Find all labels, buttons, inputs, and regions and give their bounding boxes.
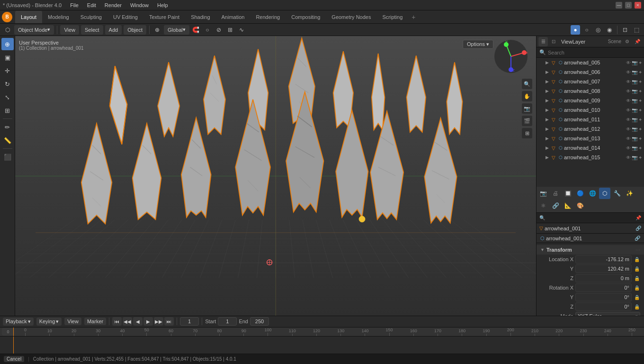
select-icon[interactable]: ✦ bbox=[638, 155, 642, 160]
outliner-item-arrowhead_006[interactable]: ▶ ▽ ⬡ arrowhead_006 👁 📷 ✦ bbox=[537, 67, 644, 77]
playback-menu[interactable]: Playback ▾ bbox=[3, 318, 34, 326]
maximize-button[interactable]: □ bbox=[625, 2, 632, 9]
visibility-eye[interactable]: 👁 bbox=[626, 108, 631, 113]
render-camera[interactable]: 📷 bbox=[632, 108, 637, 113]
prop-tab-object[interactable]: ⬡ bbox=[599, 188, 610, 199]
menu-help[interactable]: Help bbox=[153, 1, 172, 9]
select-icon[interactable]: ✦ bbox=[638, 136, 642, 141]
outliner-item-arrowhead_013[interactable]: ▶ ▽ ⬡ arrowhead_013 👁 📷 ✦ bbox=[537, 134, 644, 143]
rotation-mode-dropdown[interactable]: XYZ Euler ▾ bbox=[575, 312, 640, 316]
outliner-item-arrowhead_007[interactable]: ▶ ▽ ⬡ arrowhead_007 👁 📷 ✦ bbox=[537, 77, 644, 86]
rotation-z-input[interactable]: 0° bbox=[575, 302, 632, 311]
tool-transform[interactable]: ⊞ bbox=[1, 104, 14, 117]
menu-file[interactable]: File bbox=[66, 1, 82, 9]
visibility-eye[interactable]: 👁 bbox=[626, 146, 631, 151]
mode-icon[interactable]: ⬡ bbox=[3, 25, 12, 35]
outliner-item-arrowhead_014[interactable]: ▶ ▽ ⬡ arrowhead_014 👁 📷 ✦ bbox=[537, 143, 644, 153]
tab-scripting[interactable]: Scripting bbox=[376, 11, 408, 23]
render-camera[interactable]: 📷 bbox=[632, 117, 637, 122]
next-keyframe-button[interactable]: ▶▶ bbox=[154, 317, 163, 326]
outliner-item-arrowhead_008[interactable]: ▶ ▽ ⬡ arrowhead_008 👁 📷 ✦ bbox=[537, 86, 644, 96]
select-icon[interactable]: ✦ bbox=[638, 89, 642, 94]
menu-render[interactable]: Render bbox=[101, 1, 125, 9]
tab-compositing[interactable]: Compositing bbox=[286, 11, 326, 23]
toolbar-extra-1[interactable]: ⊘ bbox=[214, 25, 224, 35]
prop-mesh-lock-icon[interactable]: 🔗 bbox=[635, 236, 640, 241]
visibility-eye[interactable]: 👁 bbox=[626, 60, 631, 65]
rotation-y-input[interactable]: 0° bbox=[575, 293, 632, 301]
location-z-input[interactable]: 0 m bbox=[575, 274, 632, 282]
current-frame-input[interactable] bbox=[180, 317, 199, 326]
location-y-input[interactable]: 120.42 m bbox=[575, 264, 632, 273]
menu-window[interactable]: Window bbox=[126, 1, 152, 9]
tab-texture-paint[interactable]: Texture Paint bbox=[143, 11, 185, 23]
viewport-shading-solid[interactable]: ● bbox=[571, 25, 580, 35]
select-icon[interactable]: ✦ bbox=[638, 117, 642, 122]
add-workspace-button[interactable]: + bbox=[408, 12, 419, 22]
jump-end-button[interactable]: ⏭ bbox=[164, 317, 174, 326]
location-x-input[interactable]: -176.12 m bbox=[575, 255, 632, 264]
tab-animation[interactable]: Animation bbox=[216, 11, 250, 23]
viewport-options-button[interactable]: Options ▾ bbox=[463, 40, 493, 49]
viewport-render-icon[interactable]: 🎬 bbox=[522, 116, 532, 126]
properties-search-bar[interactable]: 🔍 📌 bbox=[537, 213, 644, 223]
prev-keyframe-button[interactable]: ◀◀ bbox=[123, 317, 132, 326]
view-menu-timeline[interactable]: View bbox=[64, 318, 81, 325]
prop-tab-output[interactable]: 🖨 bbox=[550, 188, 561, 199]
render-camera[interactable]: 📷 bbox=[632, 146, 637, 151]
overlay-toggle[interactable]: ⊡ bbox=[620, 25, 630, 35]
tool-add-cube[interactable]: ⬛ bbox=[1, 151, 14, 163]
tool-measure[interactable]: 📏 bbox=[1, 134, 14, 146]
tab-sculpting[interactable]: Sculpting bbox=[75, 11, 107, 23]
visibility-eye[interactable]: 👁 bbox=[626, 98, 631, 103]
view-menu[interactable]: View bbox=[60, 25, 79, 35]
tab-layout[interactable]: Layout bbox=[15, 11, 42, 23]
prop-tab-view-layer[interactable]: 🔲 bbox=[562, 188, 573, 199]
visibility-eye[interactable]: 👁 bbox=[626, 89, 631, 94]
tool-cursor[interactable]: ⊕ bbox=[1, 38, 14, 50]
properties-pin-icon[interactable]: 📌 bbox=[635, 215, 641, 220]
tab-geometry-nodes[interactable]: Geometry Nodes bbox=[326, 11, 376, 23]
render-camera[interactable]: 📷 bbox=[632, 98, 637, 103]
viewport-shading-wireframe[interactable]: ○ bbox=[582, 25, 591, 35]
outliner-search-bar[interactable]: 🔍 bbox=[537, 47, 644, 58]
visibility-eye[interactable]: 👁 bbox=[626, 117, 631, 122]
render-camera[interactable]: 📷 bbox=[632, 70, 637, 75]
prop-tab-render[interactable]: 📷 bbox=[537, 188, 549, 199]
visibility-eye[interactable]: 👁 bbox=[626, 70, 631, 75]
select-icon[interactable]: ✦ bbox=[638, 60, 642, 65]
viewport-grid-icon[interactable]: ⊞ bbox=[522, 128, 532, 138]
render-camera[interactable]: 📷 bbox=[632, 60, 637, 65]
select-icon[interactable]: ✦ bbox=[638, 79, 642, 84]
transform-section-header[interactable]: ▼ Transform ⋯ bbox=[537, 245, 644, 255]
select-menu[interactable]: Select bbox=[81, 25, 103, 35]
tool-annotate[interactable]: ✏ bbox=[1, 121, 14, 133]
xray-toggle[interactable]: ⬚ bbox=[632, 25, 641, 35]
proportional-editing[interactable]: ○ bbox=[203, 25, 212, 35]
viewport-shading-material[interactable]: ◉ bbox=[605, 25, 614, 35]
object-menu[interactable]: Object bbox=[124, 25, 146, 35]
properties-search-input[interactable] bbox=[547, 215, 635, 221]
prop-tab-world[interactable]: 🌐 bbox=[587, 188, 598, 199]
rotation-z-lock[interactable]: 🔒 bbox=[634, 303, 640, 310]
select-icon[interactable]: ✦ bbox=[638, 127, 642, 132]
prop-tab-constraints[interactable]: 🔗 bbox=[550, 200, 561, 211]
tool-rotate[interactable]: ↻ bbox=[1, 78, 14, 90]
rotation-x-lock[interactable]: 🔒 bbox=[634, 284, 640, 291]
select-icon[interactable]: ✦ bbox=[638, 98, 642, 103]
location-x-lock[interactable]: 🔒 bbox=[634, 256, 640, 263]
location-y-lock[interactable]: 🔒 bbox=[634, 265, 640, 272]
end-frame-input[interactable] bbox=[250, 317, 269, 326]
play-button[interactable]: ▶ bbox=[143, 317, 153, 326]
viewport[interactable]: User Perspective (1) Collection | arrowh… bbox=[15, 36, 536, 316]
nav-gizmo-sphere[interactable]: X Y Z bbox=[494, 40, 528, 73]
viewport-pan-icon[interactable]: ✋ bbox=[522, 91, 532, 101]
viewport-zoom-icon[interactable]: 🔍 bbox=[522, 79, 532, 89]
add-menu[interactable]: Add bbox=[105, 25, 122, 35]
start-frame-input[interactable] bbox=[218, 317, 237, 326]
outliner-item-arrowhead_012[interactable]: ▶ ▽ ⬡ arrowhead_012 👁 📷 ✦ bbox=[537, 124, 644, 134]
tool-scale[interactable]: ⤡ bbox=[1, 91, 14, 103]
minimize-button[interactable]: — bbox=[616, 2, 622, 9]
jump-start-button[interactable]: ⏮ bbox=[112, 317, 122, 326]
rotation-x-input[interactable]: 0° bbox=[575, 283, 632, 292]
